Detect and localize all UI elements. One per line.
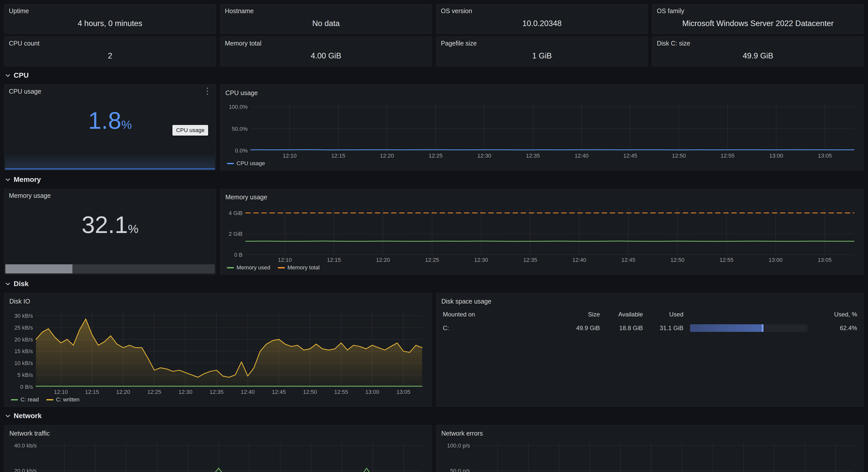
svg-text:12:30: 12:30: [474, 257, 488, 263]
chart-legend: Memory usedMemory total: [225, 263, 859, 272]
legend-swatch: [11, 399, 18, 400]
panel-cpu-usage-chart: CPU usage 12:1012:1512:2012:2512:3012:35…: [220, 85, 864, 170]
disk-io-chart[interactable]: 12:1012:1512:2012:2512:3012:3512:4012:45…: [9, 307, 427, 395]
svg-text:12:55: 12:55: [720, 257, 734, 263]
disk-used-gauge: [690, 324, 807, 332]
svg-text:12:50: 12:50: [672, 153, 686, 159]
chart-legend: CPU usage: [225, 159, 859, 168]
chevron-down-icon: [5, 73, 11, 78]
cell-available: 18.8 GiB: [600, 325, 643, 332]
stat-value: 10.0.20348: [436, 15, 648, 34]
col-header-available[interactable]: Available: [600, 311, 643, 318]
legend-swatch: [227, 163, 234, 164]
panel-memory-usage-stat: Memory usage 32.1%: [4, 189, 216, 275]
chevron-down-icon: [5, 177, 11, 182]
panel-os-family: OS family Microsoft Windows Server 2022 …: [652, 4, 864, 34]
panel-header[interactable]: Network traffic: [9, 429, 427, 438]
cell-used: 31.1 GiB: [643, 325, 683, 332]
network-errors-chart[interactable]: 12:1012:1512:2012:2512:3012:3512:4012:45…: [441, 439, 859, 472]
disk-used-gauge-fill: [690, 324, 764, 332]
legend-item[interactable]: C: written: [46, 396, 80, 403]
network-row: Network traffic 12:1012:1512:2012:2512:3…: [4, 425, 864, 472]
section-label: CPU: [14, 71, 29, 79]
svg-text:12:10: 12:10: [54, 389, 68, 395]
stat-row-2: CPU count 2 Memory total 4.00 GiB Pagefi…: [4, 36, 864, 66]
svg-text:30 kB/s: 30 kB/s: [14, 313, 33, 319]
network-traffic-chart[interactable]: 12:1012:1512:2012:2512:3012:3512:4012:45…: [9, 439, 427, 472]
panel-header[interactable]: OS family: [652, 4, 864, 15]
svg-text:4 GiB: 4 GiB: [229, 210, 243, 216]
panel-menu-icon[interactable]: ⋮: [203, 86, 212, 96]
svg-text:0.0%: 0.0%: [235, 147, 248, 154]
cpu-usage-chart[interactable]: 12:1012:1512:2012:2512:3012:3512:4012:45…: [225, 99, 859, 159]
svg-text:12:15: 12:15: [331, 153, 345, 159]
col-header-used-pct[interactable]: Used, %: [814, 311, 859, 318]
section-label: Memory: [14, 175, 41, 183]
stat-value: 4 hours, 0 minutes: [4, 15, 216, 34]
panel-header[interactable]: CPU usage: [225, 88, 859, 97]
svg-text:13:00: 13:00: [365, 389, 379, 395]
panel-header[interactable]: Hostname: [220, 4, 432, 15]
panel-header[interactable]: Memory total: [220, 37, 432, 47]
table-row: C: 49.9 GiB 18.8 GiB 31.1 GiB 62.4%: [441, 322, 859, 334]
col-header-used[interactable]: Used: [643, 311, 683, 318]
section-header-disk[interactable]: Disk: [4, 277, 864, 291]
section-header-network[interactable]: Network: [4, 409, 864, 423]
svg-text:25 kB/s: 25 kB/s: [14, 325, 33, 331]
chart-legend: C: readC: written: [9, 395, 427, 404]
table-header-row: Mounted on Size Available Used Used, %: [441, 307, 859, 322]
legend-item[interactable]: CPU usage: [227, 160, 265, 167]
panel-disk-space-usage: Disk space usage Mounted on Size Availab…: [436, 293, 864, 407]
panel-header[interactable]: Memory usage: [225, 193, 859, 202]
memory-usage-bar: [5, 264, 215, 273]
svg-text:12:25: 12:25: [425, 257, 439, 263]
svg-text:12:30: 12:30: [179, 389, 192, 395]
legend-label: Memory total: [287, 264, 319, 271]
stat-value: 1 GiB: [436, 47, 648, 66]
panel-header[interactable]: Uptime: [4, 4, 216, 15]
svg-text:12:35: 12:35: [210, 389, 224, 395]
panel-memory-usage-chart: Memory usage 12:1012:1512:2012:2512:3012…: [220, 189, 864, 275]
legend-item[interactable]: Memory total: [278, 264, 319, 271]
memory-row: Memory usage 32.1% Memory usage 12:1012:…: [4, 189, 864, 275]
svg-text:50.0 p/s: 50.0 p/s: [450, 468, 470, 472]
svg-text:50.0%: 50.0%: [232, 126, 248, 132]
panel-header[interactable]: CPU usage: [4, 85, 216, 95]
svg-text:15 kB/s: 15 kB/s: [14, 348, 33, 355]
cpu-usage-sparkline: [5, 154, 215, 169]
col-header-size[interactable]: Size: [552, 311, 600, 318]
panel-header[interactable]: Pagefile size: [436, 37, 648, 47]
panel-disk-io: Disk IO 12:1012:1512:2012:2512:3012:3512…: [4, 293, 432, 407]
panel-header[interactable]: Disk C: size: [652, 37, 864, 47]
panel-hostname: Hostname No data: [220, 4, 432, 34]
memory-usage-chart[interactable]: 12:1012:1512:2012:2512:3012:3512:4012:45…: [225, 203, 859, 263]
section-header-memory[interactable]: Memory: [4, 173, 864, 186]
svg-text:10 kB/s: 10 kB/s: [14, 360, 33, 366]
panel-header[interactable]: CPU count: [4, 37, 216, 47]
panel-header[interactable]: Memory usage: [4, 189, 216, 199]
col-header-mounted-on[interactable]: Mounted on: [441, 311, 552, 318]
svg-text:12:30: 12:30: [477, 153, 491, 159]
svg-text:100.0 p/s: 100.0 p/s: [447, 442, 470, 449]
legend-swatch: [278, 267, 285, 268]
svg-text:12:50: 12:50: [671, 257, 684, 263]
svg-text:100.0%: 100.0%: [229, 104, 248, 110]
svg-text:12:55: 12:55: [334, 389, 348, 395]
section-label: Disk: [14, 280, 29, 288]
svg-text:12:25: 12:25: [147, 389, 161, 395]
panel-header[interactable]: Network errors: [441, 429, 859, 438]
svg-text:0 B: 0 B: [234, 252, 243, 258]
panel-uptime: Uptime 4 hours, 0 minutes: [4, 4, 216, 34]
legend-swatch: [46, 399, 54, 400]
svg-text:40.0 kb/s: 40.0 kb/s: [14, 442, 37, 449]
panel-os-version: OS version 10.0.20348: [436, 4, 648, 34]
panel-header[interactable]: Disk space usage: [441, 297, 859, 306]
panel-header[interactable]: Disk IO: [9, 297, 427, 306]
legend-item[interactable]: C: read: [11, 396, 39, 403]
section-header-cpu[interactable]: CPU: [4, 69, 864, 82]
panel-header[interactable]: OS version: [436, 4, 648, 15]
legend-item[interactable]: Memory used: [227, 264, 270, 271]
chevron-down-icon: [5, 413, 11, 418]
svg-text:12:20: 12:20: [116, 389, 130, 395]
legend-label: Memory used: [237, 264, 270, 271]
